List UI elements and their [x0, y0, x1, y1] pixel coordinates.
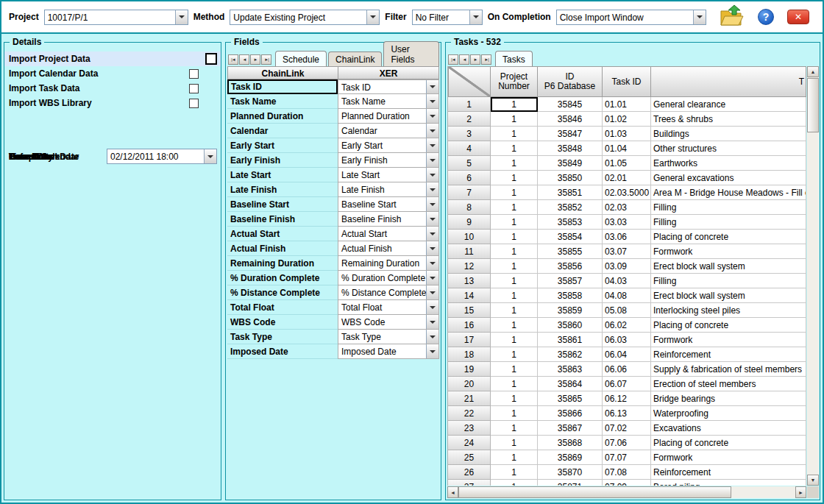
row-number-cell[interactable]: 26: [448, 465, 491, 480]
xer-field-select[interactable]: % Duration Complete: [338, 271, 439, 285]
xer-field-select[interactable]: Baseline Start: [338, 197, 439, 212]
task-id-cell[interactable]: 01.03: [603, 127, 651, 141]
import-option-row[interactable]: Import Calendar Data: [4, 66, 221, 81]
vertical-scrollbar[interactable]: ▲ ▼: [807, 66, 819, 486]
project-number-cell[interactable]: 1: [491, 362, 538, 377]
xer-field-select[interactable]: Total Float: [338, 300, 439, 315]
chevron-down-icon[interactable]: [426, 285, 438, 299]
task-id-cell[interactable]: 06.06: [603, 362, 651, 377]
task-id-cell[interactable]: 04.03: [603, 274, 651, 288]
task-id-cell[interactable]: 02.03: [603, 200, 651, 215]
task-name-header[interactable]: T: [651, 66, 806, 97]
prev-tab-button[interactable]: ◄: [459, 54, 469, 65]
task-name-cell[interactable]: Reinforcement: [651, 465, 806, 480]
chevron-down-icon[interactable]: [426, 94, 438, 108]
task-name-cell[interactable]: Trees & shrubs: [651, 112, 806, 127]
project-number-cell[interactable]: 1: [491, 230, 538, 244]
row-number-cell[interactable]: 16: [448, 318, 491, 333]
chevron-down-icon[interactable]: [366, 10, 379, 24]
last-tab-button[interactable]: ►|: [261, 54, 271, 65]
p6-id-cell[interactable]: 35867: [538, 421, 603, 436]
task-id-cell[interactable]: 07.02: [603, 421, 651, 436]
p6-id-cell[interactable]: 35858: [538, 288, 603, 303]
p6-id-cell[interactable]: 35870: [538, 465, 603, 480]
chevron-down-icon[interactable]: [204, 149, 216, 163]
task-id-cell[interactable]: 06.03: [603, 333, 651, 347]
project-number-cell[interactable]: 1: [491, 171, 538, 185]
row-number-cell[interactable]: 15: [448, 303, 491, 318]
task-id-cell[interactable]: 06.04: [603, 347, 651, 362]
p6-id-cell[interactable]: 35852: [538, 200, 603, 215]
chainlink-field-cell[interactable]: Actual Start: [227, 227, 338, 241]
chevron-down-icon[interactable]: [426, 271, 438, 285]
checkbox[interactable]: [189, 69, 199, 79]
project-number-cell[interactable]: 1: [491, 156, 538, 171]
row-number-cell[interactable]: 10: [448, 230, 491, 244]
chainlink-field-cell[interactable]: Remaining Duration: [227, 256, 338, 271]
task-name-cell[interactable]: Bored piling: [651, 480, 806, 486]
project-number-cell[interactable]: 1: [491, 436, 538, 450]
row-number-cell[interactable]: 4: [448, 141, 491, 156]
corner-header-cell[interactable]: [448, 66, 491, 97]
project-number-cell[interactable]: 1: [491, 274, 538, 288]
project-number-cell[interactable]: 1: [491, 377, 538, 391]
task-id-cell[interactable]: 01.02: [603, 112, 651, 127]
p6-id-cell[interactable]: 35854: [538, 230, 603, 244]
chevron-down-icon[interactable]: [426, 241, 438, 255]
project-number-cell[interactable]: 1: [491, 465, 538, 480]
task-name-cell[interactable]: Bridge bearings: [651, 391, 806, 406]
row-number-cell[interactable]: 14: [448, 288, 491, 303]
checkbox[interactable]: [189, 84, 199, 93]
project-number-cell[interactable]: 1: [491, 215, 538, 230]
task-name-cell[interactable]: General excavations: [651, 171, 806, 185]
chevron-down-icon[interactable]: [426, 109, 438, 123]
p6-id-cell[interactable]: 35863: [538, 362, 603, 377]
task-id-cell[interactable]: 06.07: [603, 377, 651, 391]
task-id-cell[interactable]: 06.13: [603, 406, 651, 421]
tab-tasks[interactable]: Tasks: [495, 51, 533, 66]
task-name-cell[interactable]: Placing of concrete: [651, 230, 806, 244]
xer-field-select[interactable]: Actual Finish: [338, 241, 439, 256]
row-number-cell[interactable]: 23: [448, 421, 491, 436]
project-number-header[interactable]: Project Number: [491, 66, 538, 97]
project-number-cell[interactable]: 1: [491, 347, 538, 362]
row-number-cell[interactable]: 18: [448, 347, 491, 362]
project-number-cell[interactable]: 1: [491, 244, 538, 259]
row-number-cell[interactable]: 13: [448, 274, 491, 288]
xer-field-select[interactable]: Early Finish: [338, 153, 439, 168]
chevron-down-icon[interactable]: [426, 168, 438, 182]
horizontal-scroll-thumb[interactable]: [458, 486, 731, 498]
open-file-button[interactable]: [718, 4, 745, 30]
import-option-row[interactable]: Import Task Data: [4, 81, 221, 96]
task-id-cell[interactable]: 02.01: [603, 171, 651, 185]
p6-id-cell[interactable]: 35860: [538, 318, 603, 333]
chevron-down-icon[interactable]: [426, 124, 438, 138]
chevron-down-icon[interactable]: [426, 138, 438, 152]
project-number-cell[interactable]: 1: [491, 303, 538, 318]
p6-id-cell[interactable]: 35855: [538, 244, 603, 259]
chevron-down-icon[interactable]: [469, 10, 482, 24]
dropdown-select[interactable]: 02/12/2011 18:00: [107, 149, 217, 164]
chainlink-field-cell[interactable]: Early Finish: [227, 153, 338, 168]
task-id-cell[interactable]: 05.08: [603, 303, 651, 318]
row-number-cell[interactable]: 8: [448, 200, 491, 215]
scroll-left-icon[interactable]: ◄: [447, 486, 458, 498]
project-number-cell[interactable]: 1: [491, 112, 538, 127]
task-id-cell[interactable]: 03.07: [603, 244, 651, 259]
xer-field-select[interactable]: Task ID: [338, 79, 439, 94]
p6-id-header[interactable]: ID P6 Database: [538, 66, 603, 97]
scroll-down-icon[interactable]: ▼: [807, 475, 819, 486]
xer-field-select[interactable]: Early Start: [338, 138, 439, 153]
project-number-cell[interactable]: 1: [491, 288, 538, 303]
p6-id-cell[interactable]: 35864: [538, 377, 603, 391]
chainlink-field-cell[interactable]: Calendar: [227, 124, 338, 138]
task-id-cell[interactable]: 03.09: [603, 259, 651, 274]
p6-id-cell[interactable]: 35857: [538, 274, 603, 288]
task-name-cell[interactable]: Formwork: [651, 333, 806, 347]
chevron-down-icon[interactable]: [426, 300, 438, 314]
task-id-cell[interactable]: 01.05: [603, 156, 651, 171]
xer-field-select[interactable]: Planned Duration: [338, 109, 439, 124]
row-number-cell[interactable]: 7: [448, 185, 491, 200]
xer-field-select[interactable]: Actual Start: [338, 227, 439, 241]
p6-id-cell[interactable]: 35869: [538, 450, 603, 465]
